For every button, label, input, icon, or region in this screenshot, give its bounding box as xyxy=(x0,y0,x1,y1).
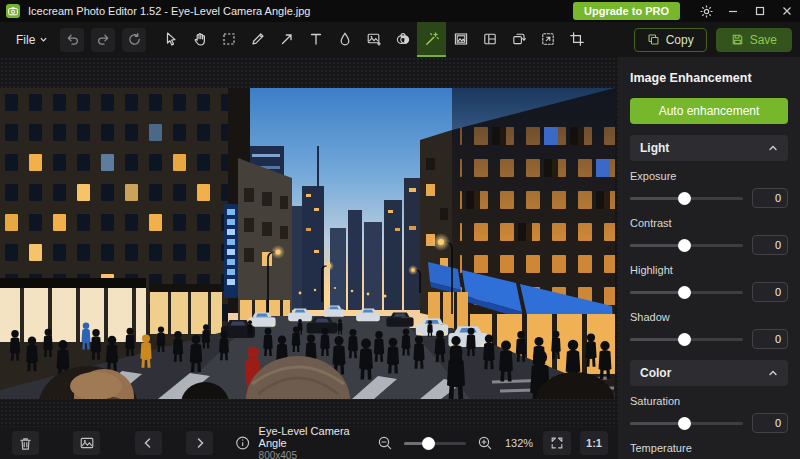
file-menu[interactable]: File xyxy=(8,22,56,57)
slider-row-temperature: Temperature 0 xyxy=(630,442,788,459)
slider-row-exposure: Exposure 0 xyxy=(630,170,788,208)
section-header-light[interactable]: Light xyxy=(630,135,788,161)
save-button[interactable]: Save xyxy=(716,28,792,52)
canvas-area[interactable] xyxy=(0,57,618,427)
save-button-label: Save xyxy=(750,33,777,47)
zoom-in-icon xyxy=(477,435,493,451)
highlight-value[interactable]: 0 xyxy=(752,282,788,302)
gear-icon xyxy=(699,4,714,19)
pencil-icon xyxy=(250,31,266,47)
section-header-color[interactable]: Color xyxy=(630,360,788,386)
undo-icon xyxy=(65,32,80,47)
resize-icon xyxy=(540,31,556,47)
rotate-icon xyxy=(511,31,527,47)
exposure-label: Exposure xyxy=(630,170,788,182)
fullscreen-icon xyxy=(550,436,564,450)
tool-resize[interactable] xyxy=(533,22,562,57)
tool-crop[interactable] xyxy=(562,22,591,57)
shadow-slider-handle[interactable] xyxy=(678,333,691,346)
section-color-label: Color xyxy=(640,366,671,380)
photo-city-street[interactable] xyxy=(0,88,615,399)
tool-pointer[interactable] xyxy=(156,22,185,57)
upgrade-to-pro-button[interactable]: Upgrade to PRO xyxy=(573,2,680,20)
settings-button[interactable] xyxy=(693,1,719,21)
reset-icon xyxy=(127,32,142,47)
shadow-value[interactable]: 0 xyxy=(752,329,788,349)
slider-row-shadow: Shadow 0 xyxy=(630,311,788,349)
tool-collage[interactable] xyxy=(475,22,504,57)
frame-icon xyxy=(453,31,469,47)
copy-button[interactable]: Copy xyxy=(634,28,707,52)
text-icon xyxy=(308,31,324,47)
tool-select[interactable] xyxy=(214,22,243,57)
highlight-label: Highlight xyxy=(630,264,788,276)
redo-icon xyxy=(96,32,111,47)
exposure-slider-handle[interactable] xyxy=(678,192,691,205)
image-dimensions: 800x405 xyxy=(259,450,375,459)
saturation-slider-handle[interactable] xyxy=(678,417,691,430)
zoom-in-button[interactable] xyxy=(475,433,495,453)
crop-icon xyxy=(569,31,585,47)
tool-frame[interactable] xyxy=(446,22,475,57)
contrast-slider[interactable] xyxy=(630,238,743,253)
saturation-label: Saturation xyxy=(630,395,788,407)
fit-screen-button[interactable] xyxy=(543,431,571,455)
auto-enhancement-button[interactable]: Auto enhancement xyxy=(630,98,788,124)
zoom-slider[interactable] xyxy=(404,436,466,450)
info-icon xyxy=(235,435,250,451)
gallery-button[interactable] xyxy=(73,431,100,455)
toolbar: File xyxy=(0,22,800,57)
tool-rotate[interactable] xyxy=(504,22,533,57)
chevron-down-icon xyxy=(39,35,48,44)
image-enhancement-panel: Image Enhancement Auto enhancement Light… xyxy=(618,57,800,459)
copy-icon xyxy=(647,33,660,46)
actual-size-button[interactable]: 1:1 xyxy=(580,431,608,455)
close-icon xyxy=(781,5,793,17)
exposure-slider[interactable] xyxy=(630,191,743,206)
chevron-right-icon xyxy=(194,437,206,449)
saturation-slider[interactable] xyxy=(630,416,743,431)
close-button[interactable] xyxy=(773,1,800,21)
exposure-value[interactable]: 0 xyxy=(752,188,788,208)
zoom-level: 132% xyxy=(504,437,534,449)
shadow-label: Shadow xyxy=(630,311,788,323)
contrast-label: Contrast xyxy=(630,217,788,229)
tool-arrow[interactable] xyxy=(272,22,301,57)
minimize-icon xyxy=(727,5,739,17)
delete-image-button[interactable] xyxy=(12,431,39,455)
trash-icon xyxy=(18,436,33,451)
undo-button[interactable] xyxy=(60,28,84,52)
magic-wand-icon xyxy=(424,31,440,47)
statusbar: Eye-Level Camera Angle 800x405 xyxy=(0,427,618,459)
contrast-slider-handle[interactable] xyxy=(678,239,691,252)
zoom-out-icon xyxy=(377,435,393,451)
app-window: Icecream Photo Editor 1.52 - Eye-Level C… xyxy=(0,0,800,459)
maximize-button[interactable] xyxy=(746,1,773,21)
highlight-slider[interactable] xyxy=(630,285,743,300)
pointer-icon xyxy=(163,31,179,47)
shadow-slider[interactable] xyxy=(630,332,743,347)
tool-text[interactable] xyxy=(301,22,330,57)
tool-hand[interactable] xyxy=(185,22,214,57)
copy-button-label: Copy xyxy=(666,33,694,47)
minimize-button[interactable] xyxy=(719,1,746,21)
previous-image-button[interactable] xyxy=(135,431,162,455)
tool-pencil[interactable] xyxy=(243,22,272,57)
tool-magic-wand[interactable] xyxy=(417,22,446,57)
saturation-value[interactable]: 0 xyxy=(752,413,788,433)
panel-title: Image Enhancement xyxy=(630,71,788,85)
image-title: Eye-Level Camera Angle xyxy=(259,425,375,450)
tool-blur[interactable] xyxy=(330,22,359,57)
select-icon xyxy=(221,31,237,47)
file-menu-label: File xyxy=(16,33,35,47)
reset-button[interactable] xyxy=(122,28,146,52)
zoom-out-button[interactable] xyxy=(375,433,395,453)
highlight-slider-handle[interactable] xyxy=(678,286,691,299)
redo-button[interactable] xyxy=(91,28,115,52)
tool-color-filter[interactable] xyxy=(388,22,417,57)
tool-add-image[interactable] xyxy=(359,22,388,57)
next-image-button[interactable] xyxy=(186,431,213,455)
contrast-value[interactable]: 0 xyxy=(752,235,788,255)
zoom-slider-handle[interactable] xyxy=(422,437,435,450)
collage-icon xyxy=(482,31,498,47)
